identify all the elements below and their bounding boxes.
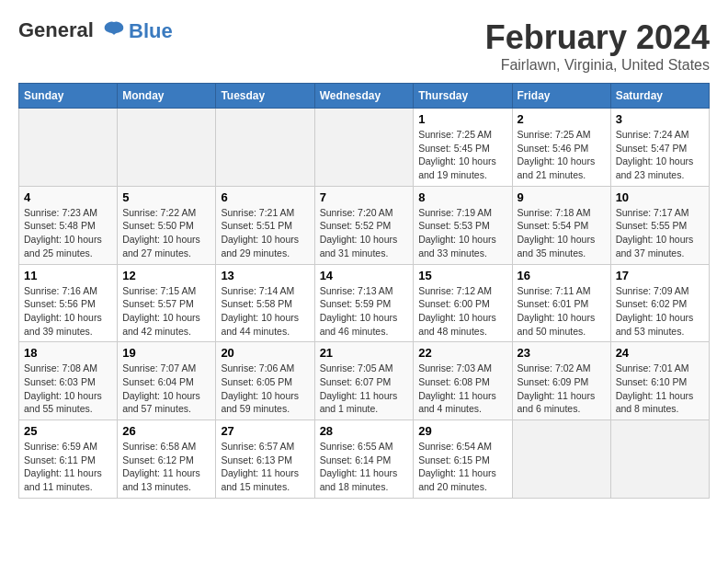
day-cell: 12Sunrise: 7:15 AM Sunset: 5:57 PM Dayli… bbox=[118, 264, 216, 342]
day-number: 13 bbox=[221, 269, 309, 282]
page-subtitle: Fairlawn, Virginia, United States bbox=[485, 57, 710, 74]
day-number: 7 bbox=[320, 190, 409, 204]
day-number: 9 bbox=[518, 190, 606, 204]
day-info: Sunrise: 7:08 AM Sunset: 6:03 PM Dayligh… bbox=[24, 362, 112, 416]
day-cell: 29Sunrise: 6:54 AM Sunset: 6:15 PM Dayli… bbox=[414, 420, 512, 499]
day-cell bbox=[610, 420, 709, 499]
day-info: Sunrise: 7:20 AM Sunset: 5:52 PM Dayligh… bbox=[320, 206, 409, 260]
header-cell-thursday: Thursday bbox=[414, 84, 512, 109]
day-number: 26 bbox=[122, 424, 210, 438]
day-info: Sunrise: 7:13 AM Sunset: 5:59 PM Dayligh… bbox=[320, 284, 409, 339]
day-info: Sunrise: 7:06 AM Sunset: 6:05 PM Dayligh… bbox=[221, 362, 309, 416]
day-cell: 13Sunrise: 7:14 AM Sunset: 5:58 PM Dayli… bbox=[216, 264, 314, 342]
calendar-header: SundayMondayTuesdayWednesdayThursdayFrid… bbox=[19, 84, 710, 109]
day-info: Sunrise: 7:14 AM Sunset: 5:58 PM Dayligh… bbox=[221, 284, 309, 339]
day-cell: 4Sunrise: 7:23 AM Sunset: 5:48 PM Daylig… bbox=[19, 186, 118, 264]
day-info: Sunrise: 7:25 AM Sunset: 5:46 PM Dayligh… bbox=[518, 128, 606, 182]
header-cell-monday: Monday bbox=[118, 84, 216, 109]
day-number: 17 bbox=[616, 269, 704, 282]
day-cell: 28Sunrise: 6:55 AM Sunset: 6:14 PM Dayli… bbox=[314, 420, 414, 499]
day-number: 1 bbox=[418, 112, 506, 126]
day-info: Sunrise: 7:19 AM Sunset: 5:53 PM Dayligh… bbox=[418, 206, 506, 260]
logo-bird-icon bbox=[101, 18, 127, 44]
day-number: 3 bbox=[616, 112, 704, 126]
logo-general: General bbox=[18, 18, 94, 41]
day-number: 22 bbox=[418, 346, 506, 360]
logo-blue: Blue bbox=[129, 19, 173, 43]
day-cell: 24Sunrise: 7:01 AM Sunset: 6:10 PM Dayli… bbox=[610, 342, 709, 420]
calendar-body: 1Sunrise: 7:25 AM Sunset: 5:45 PM Daylig… bbox=[19, 109, 710, 499]
day-cell: 3Sunrise: 7:24 AM Sunset: 5:47 PM Daylig… bbox=[610, 109, 709, 187]
day-number: 6 bbox=[221, 190, 309, 204]
day-cell: 6Sunrise: 7:21 AM Sunset: 5:51 PM Daylig… bbox=[216, 186, 314, 264]
day-number: 4 bbox=[24, 190, 112, 204]
day-cell: 18Sunrise: 7:08 AM Sunset: 6:03 PM Dayli… bbox=[19, 342, 118, 420]
day-info: Sunrise: 7:25 AM Sunset: 5:45 PM Dayligh… bbox=[418, 128, 506, 182]
week-row-3: 11Sunrise: 7:16 AM Sunset: 5:56 PM Dayli… bbox=[19, 264, 710, 342]
header-cell-sunday: Sunday bbox=[19, 84, 118, 109]
day-cell: 26Sunrise: 6:58 AM Sunset: 6:12 PM Dayli… bbox=[118, 420, 216, 499]
day-info: Sunrise: 6:59 AM Sunset: 6:11 PM Dayligh… bbox=[24, 440, 112, 494]
day-number: 20 bbox=[221, 346, 309, 360]
day-info: Sunrise: 6:54 AM Sunset: 6:15 PM Dayligh… bbox=[418, 440, 506, 494]
day-cell: 5Sunrise: 7:22 AM Sunset: 5:50 PM Daylig… bbox=[118, 186, 216, 264]
day-number: 19 bbox=[122, 346, 210, 360]
day-number: 11 bbox=[24, 269, 112, 282]
day-number: 27 bbox=[221, 424, 309, 438]
day-cell bbox=[512, 420, 610, 499]
day-info: Sunrise: 7:07 AM Sunset: 6:04 PM Dayligh… bbox=[122, 362, 210, 416]
week-row-4: 18Sunrise: 7:08 AM Sunset: 6:03 PM Dayli… bbox=[19, 342, 710, 420]
day-cell: 15Sunrise: 7:12 AM Sunset: 6:00 PM Dayli… bbox=[414, 264, 512, 342]
header-row: SundayMondayTuesdayWednesdayThursdayFrid… bbox=[19, 84, 710, 109]
day-cell: 20Sunrise: 7:06 AM Sunset: 6:05 PM Dayli… bbox=[216, 342, 314, 420]
day-info: Sunrise: 7:21 AM Sunset: 5:51 PM Dayligh… bbox=[221, 206, 309, 260]
week-row-1: 1Sunrise: 7:25 AM Sunset: 5:45 PM Daylig… bbox=[19, 109, 710, 187]
day-info: Sunrise: 7:23 AM Sunset: 5:48 PM Dayligh… bbox=[24, 206, 112, 260]
day-cell: 14Sunrise: 7:13 AM Sunset: 5:59 PM Dayli… bbox=[314, 264, 414, 342]
day-cell: 10Sunrise: 7:17 AM Sunset: 5:55 PM Dayli… bbox=[610, 186, 709, 264]
page-header: General Blue February 2024 Fairlawn, Vir… bbox=[18, 18, 710, 74]
page-title: February 2024 bbox=[485, 18, 710, 57]
day-cell bbox=[314, 109, 414, 187]
day-cell: 25Sunrise: 6:59 AM Sunset: 6:11 PM Dayli… bbox=[19, 420, 118, 499]
day-cell: 22Sunrise: 7:03 AM Sunset: 6:08 PM Dayli… bbox=[414, 342, 512, 420]
day-number: 5 bbox=[122, 190, 210, 204]
header-cell-friday: Friday bbox=[512, 84, 610, 109]
day-number: 16 bbox=[518, 269, 606, 282]
day-info: Sunrise: 7:02 AM Sunset: 6:09 PM Dayligh… bbox=[518, 362, 606, 416]
day-info: Sunrise: 7:03 AM Sunset: 6:08 PM Dayligh… bbox=[418, 362, 506, 416]
day-info: Sunrise: 7:17 AM Sunset: 5:55 PM Dayligh… bbox=[616, 206, 704, 260]
day-number: 15 bbox=[418, 269, 506, 282]
day-number: 23 bbox=[518, 346, 606, 360]
day-info: Sunrise: 7:05 AM Sunset: 6:07 PM Dayligh… bbox=[320, 362, 409, 416]
day-number: 21 bbox=[320, 346, 409, 360]
day-cell: 2Sunrise: 7:25 AM Sunset: 5:46 PM Daylig… bbox=[512, 109, 610, 187]
day-number: 10 bbox=[616, 190, 704, 204]
day-cell: 11Sunrise: 7:16 AM Sunset: 5:56 PM Dayli… bbox=[19, 264, 118, 342]
day-info: Sunrise: 7:24 AM Sunset: 5:47 PM Dayligh… bbox=[616, 128, 704, 182]
day-cell: 17Sunrise: 7:09 AM Sunset: 6:02 PM Dayli… bbox=[610, 264, 709, 342]
day-number: 2 bbox=[518, 112, 606, 126]
day-cell: 21Sunrise: 7:05 AM Sunset: 6:07 PM Dayli… bbox=[314, 342, 414, 420]
header-cell-saturday: Saturday bbox=[610, 84, 709, 109]
week-row-5: 25Sunrise: 6:59 AM Sunset: 6:11 PM Dayli… bbox=[19, 420, 710, 499]
day-info: Sunrise: 7:11 AM Sunset: 6:01 PM Dayligh… bbox=[518, 284, 606, 339]
day-cell: 27Sunrise: 6:57 AM Sunset: 6:13 PM Dayli… bbox=[216, 420, 314, 499]
logo: General Blue bbox=[18, 18, 173, 44]
calendar-table: SundayMondayTuesdayWednesdayThursdayFrid… bbox=[18, 83, 710, 499]
day-number: 18 bbox=[24, 346, 112, 360]
day-cell bbox=[216, 109, 314, 187]
day-info: Sunrise: 6:55 AM Sunset: 6:14 PM Dayligh… bbox=[320, 440, 409, 494]
day-number: 12 bbox=[122, 269, 210, 282]
day-number: 8 bbox=[418, 190, 506, 204]
day-number: 29 bbox=[418, 424, 506, 438]
day-cell: 8Sunrise: 7:19 AM Sunset: 5:53 PM Daylig… bbox=[414, 186, 512, 264]
day-info: Sunrise: 7:22 AM Sunset: 5:50 PM Dayligh… bbox=[122, 206, 210, 260]
day-cell: 16Sunrise: 7:11 AM Sunset: 6:01 PM Dayli… bbox=[512, 264, 610, 342]
day-cell: 7Sunrise: 7:20 AM Sunset: 5:52 PM Daylig… bbox=[314, 186, 414, 264]
day-info: Sunrise: 7:16 AM Sunset: 5:56 PM Dayligh… bbox=[24, 284, 112, 339]
day-cell: 1Sunrise: 7:25 AM Sunset: 5:45 PM Daylig… bbox=[414, 109, 512, 187]
day-cell bbox=[19, 109, 118, 187]
day-number: 24 bbox=[616, 346, 704, 360]
day-info: Sunrise: 6:58 AM Sunset: 6:12 PM Dayligh… bbox=[122, 440, 210, 494]
